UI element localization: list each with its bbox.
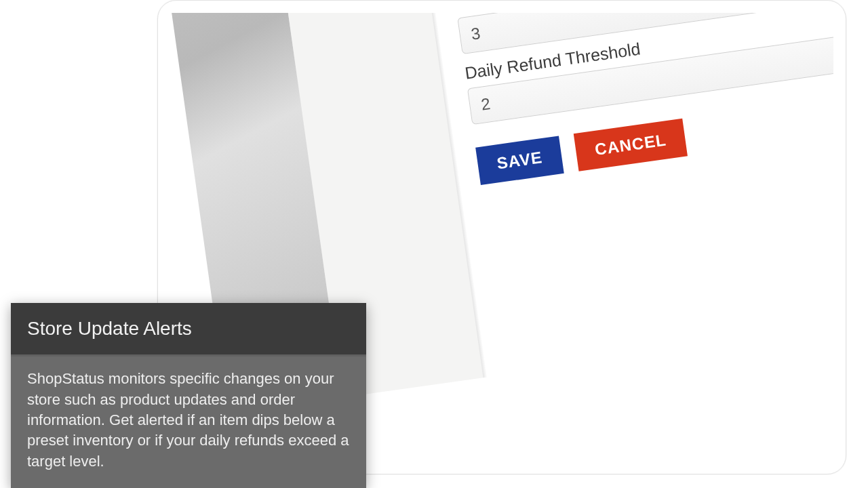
info-card-body: ShopStatus monitors specific changes on … — [11, 357, 366, 488]
info-card: Store Update Alerts ShopStatus monitors … — [11, 303, 366, 488]
cancel-button[interactable]: CANCEL — [574, 119, 688, 171]
info-card-title: Store Update Alerts — [11, 303, 366, 357]
save-button[interactable]: SAVE — [475, 136, 564, 186]
